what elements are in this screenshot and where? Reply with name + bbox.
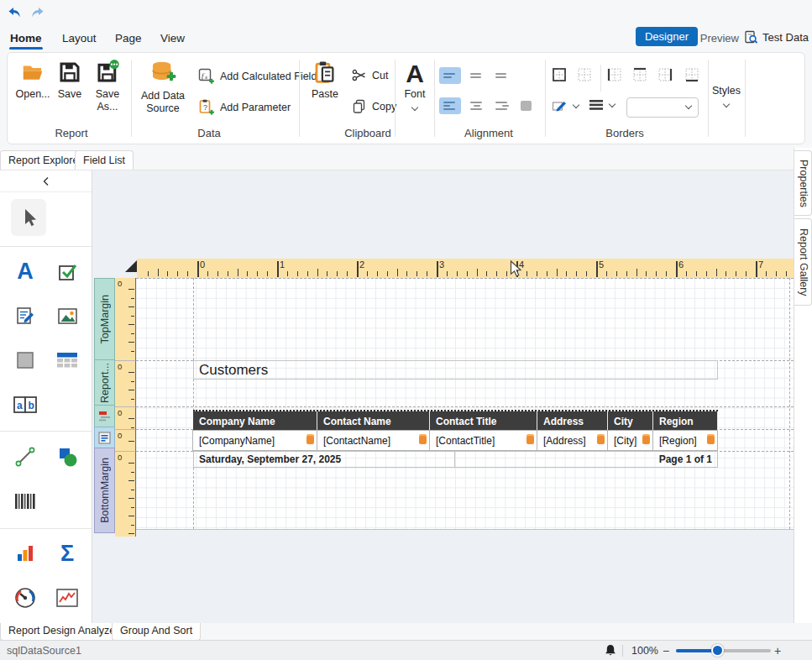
zoom-in-button[interactable]: + [774, 644, 781, 657]
field-database-icon [526, 434, 534, 444]
bottom-border-button[interactable] [684, 67, 701, 84]
collapse-toolbox-button[interactable] [0, 170, 92, 192]
ruler-tick [656, 271, 657, 276]
table-field-cell[interactable]: [ContactName] [317, 430, 430, 451]
tool-gauge[interactable] [8, 581, 42, 615]
ruler-tick [726, 271, 726, 276]
table-field-cell[interactable]: [CompanyName] [192, 430, 317, 451]
paste-button[interactable]: Paste [306, 60, 344, 101]
border-color-button[interactable] [552, 99, 579, 113]
tool-pointer[interactable] [11, 199, 46, 236]
line-style-button[interactable] [589, 99, 615, 111]
ruler-corner-marker[interactable] [125, 259, 138, 272]
chevron-down-icon [411, 104, 418, 111]
tab-report-gallery[interactable]: Report Gallery [794, 218, 812, 306]
tool-sparkline[interactable] [50, 581, 84, 615]
tool-panel[interactable] [8, 343, 42, 377]
preview-mode-button[interactable]: Preview [700, 32, 739, 45]
save-button[interactable]: Save [53, 60, 86, 101]
band-bottom-margin[interactable]: BottomMargin [94, 448, 115, 533]
open-button[interactable]: Open... [14, 60, 51, 101]
ruler-tick [131, 351, 134, 352]
save-icon [57, 60, 82, 85]
field-expression: [Address] [543, 435, 586, 447]
top-border-button[interactable] [632, 67, 649, 84]
undo-button[interactable] [7, 5, 22, 20]
report-page[interactable]: Customers Company NameContact NameContac… [136, 278, 794, 530]
report-title-label[interactable]: Customers [193, 360, 718, 380]
align-center-button[interactable] [466, 97, 488, 114]
band-page-header[interactable] [94, 405, 115, 427]
tab-report-design-analyzer[interactable]: Report Design Analyzer [0, 623, 127, 641]
svg-text:a: a [17, 400, 23, 411]
tool-barcode[interactable] [8, 485, 42, 518]
shape-icon [56, 446, 79, 469]
tab-home[interactable]: Home [10, 32, 42, 45]
tool-chart[interactable] [8, 537, 42, 570]
all-borders-button[interactable] [552, 67, 568, 84]
no-borders-button[interactable] [577, 67, 594, 84]
zoom-slider-thumb[interactable] [711, 644, 724, 657]
detail-band-icon [98, 432, 111, 444]
band-top-margin[interactable]: TopMargin [94, 278, 115, 360]
save-as-button[interactable]: Save As... [88, 60, 127, 113]
tool-shape[interactable] [50, 440, 84, 474]
page-footer-date[interactable]: Saturday, September 27, 2025 [193, 451, 455, 468]
scissors-icon [352, 68, 366, 82]
table-field-cell[interactable]: [ContactTitle] [429, 430, 537, 451]
left-border-button[interactable] [607, 67, 624, 84]
tab-group-and-sort[interactable]: Group And Sort [112, 623, 201, 641]
font-button[interactable]: A Font [398, 60, 432, 113]
band-strip: TopMargin Report... BottomMargin [94, 278, 115, 533]
table-header-cell[interactable]: Contact Title [430, 411, 537, 430]
table-header-cell[interactable]: Address [537, 411, 607, 430]
sigma-icon: Σ [60, 541, 74, 567]
table-field-cell[interactable]: [City] [607, 430, 653, 451]
add-parameter-button[interactable]: ? Add Parameter [198, 99, 291, 115]
tab-properties[interactable]: Properties [794, 150, 812, 216]
tool-line[interactable] [8, 440, 42, 474]
right-border-button[interactable] [657, 67, 674, 84]
align-top-button[interactable] [439, 67, 461, 84]
tool-pivot-grid[interactable]: Σ [50, 537, 84, 570]
border-width-combobox[interactable] [626, 97, 699, 118]
tab-layout[interactable]: Layout [62, 32, 97, 45]
align-right-button[interactable] [491, 97, 513, 114]
statusbar-divider [622, 645, 623, 657]
ruler-tick [128, 498, 134, 499]
tab-view[interactable]: View [160, 32, 185, 45]
tool-character-comb[interactable]: ab [8, 388, 42, 422]
notifications-button[interactable] [604, 644, 619, 659]
table-header-cell[interactable]: Region [653, 411, 717, 430]
toolbox-divider [0, 246, 92, 247]
copy-button[interactable]: Copy [352, 99, 396, 113]
tool-table[interactable] [50, 343, 84, 377]
tool-label[interactable]: A [8, 254, 42, 288]
cut-button[interactable]: Cut [352, 68, 388, 82]
styles-button[interactable]: Styles [710, 85, 743, 110]
band-report-header[interactable]: Report... [94, 359, 115, 406]
align-justify-button[interactable] [516, 97, 538, 114]
redo-button[interactable] [30, 5, 45, 20]
zoom-out-button[interactable]: − [663, 644, 669, 657]
ruler-tick [128, 533, 134, 534]
add-data-source-button[interactable]: Add Data Source [139, 60, 187, 115]
tab-field-list[interactable]: Field List [75, 150, 134, 170]
table-field-cell[interactable]: [Address] [537, 430, 608, 451]
tool-rich-text[interactable] [8, 299, 42, 333]
tab-page[interactable]: Page [115, 32, 142, 45]
align-middle-button[interactable] [466, 67, 488, 84]
align-bottom-button[interactable] [491, 67, 513, 84]
align-left-button[interactable] [439, 97, 461, 114]
page-footer-pageinfo[interactable]: Page 1 of 1 [454, 451, 718, 468]
table-header-cell[interactable]: City [608, 411, 652, 430]
ruler-tick [128, 418, 134, 419]
table-header-cell[interactable]: Contact Name [317, 411, 429, 430]
band-detail[interactable] [94, 427, 115, 448]
designer-mode-button[interactable]: Designer [636, 27, 698, 46]
test-data-button[interactable]: Test Data [744, 30, 809, 45]
tool-checkbox[interactable] [50, 254, 84, 288]
table-header-cell[interactable]: Company Name [193, 411, 317, 430]
tool-picture-box[interactable] [50, 299, 84, 333]
table-field-cell[interactable]: [Region] [652, 430, 718, 451]
